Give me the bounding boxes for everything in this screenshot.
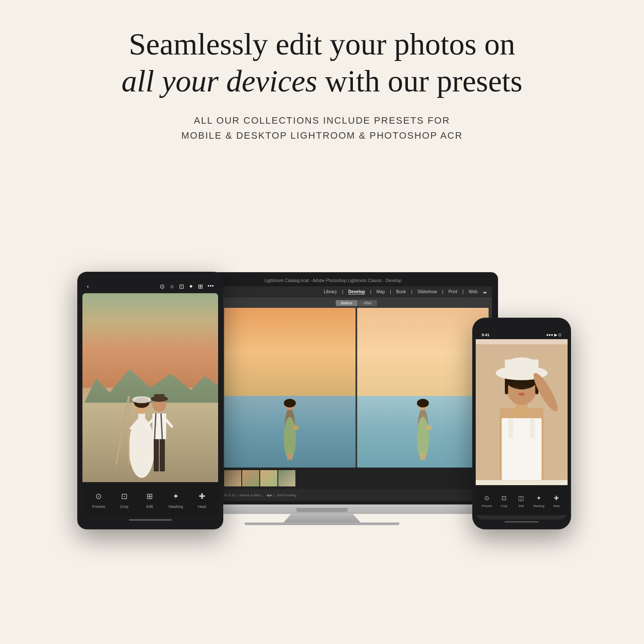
svg-rect-37	[508, 418, 513, 438]
headline-line2: all your devices with our presets	[122, 63, 522, 100]
tablet-tool-crop[interactable]: ⊡ Crop	[118, 490, 131, 509]
phone-edit-icon: ◫	[516, 493, 526, 503]
nav-map[interactable]: Map	[377, 289, 385, 295]
masking-icon: ✦	[169, 490, 182, 503]
soft-proofing[interactable]: Soft Proofing	[276, 493, 296, 497]
nav-slideshow[interactable]: Slideshow	[417, 289, 437, 295]
tablet-tool-presets[interactable]: ⊙ Presets	[92, 490, 106, 509]
lr-content: Before After	[221, 298, 492, 501]
film-thumb[interactable]	[260, 470, 277, 486]
svg-rect-22	[160, 437, 165, 471]
svg-rect-12	[420, 453, 422, 460]
after-image	[357, 308, 489, 468]
phone-toolbar: ⊙ Presets ⊡ Crop ◫ Edit ✦	[476, 485, 568, 515]
tablet-icon-1[interactable]: ⊙	[160, 283, 165, 290]
subheadline: ALL OUR COLLECTIONS INCLUDE PRESETS FOR …	[181, 113, 463, 143]
laptop-notch	[296, 508, 348, 512]
tablet-body: ‹ ⊙ ☼ ⊡ ✦ ⊞ •••	[77, 272, 223, 529]
headline-italic: all your devices	[122, 64, 317, 98]
phone-tool-heal[interactable]: ✚ Heal	[551, 493, 562, 507]
woman-figure-before	[277, 383, 303, 460]
svg-point-9	[417, 399, 429, 407]
tablet-icon-2[interactable]: ☼	[169, 283, 175, 290]
svg-point-4	[292, 425, 299, 430]
phone-crop-icon: ⊡	[499, 493, 509, 503]
tablet-more-icon[interactable]: •••	[207, 283, 214, 290]
tablet-icon-4[interactable]: ✦	[188, 283, 194, 290]
svg-rect-13	[423, 453, 425, 460]
phone-tool-edit[interactable]: ◫ Edit	[516, 493, 526, 507]
subheadline-line2: MOBILE & DESKTOP LIGHTROOM & PHOTOSHOP A…	[181, 130, 463, 141]
nav-print[interactable]: Print	[448, 289, 457, 295]
tablet-photo-bg	[82, 293, 218, 482]
before-after-toggle: Before After	[221, 298, 492, 308]
tablet-icon-5[interactable]: ⊞	[198, 283, 203, 290]
tablet-photo	[82, 293, 218, 482]
tablet-tool-edit[interactable]: ⊞ Edit	[143, 490, 156, 509]
window-title: Lightroom Catalog.lrcat - Adobe Photosho…	[178, 278, 488, 283]
subheadline-line1: ALL OUR COLLECTIONS INCLUDE PRESETS FOR	[194, 115, 450, 126]
wedding-couple	[94, 353, 206, 482]
crop-label: Crop	[120, 504, 129, 509]
svg-point-11	[425, 425, 432, 430]
svg-line-33	[116, 396, 129, 465]
headline-rest: with our presets	[317, 64, 522, 98]
before-image	[224, 308, 355, 468]
nav-book[interactable]: Book	[396, 289, 406, 295]
edit-icon: ⊞	[143, 490, 156, 503]
svg-rect-28	[154, 394, 164, 401]
tablet-home-bar	[129, 519, 172, 521]
tablet-device: ‹ ⊙ ☼ ⊡ ✦ ⊞ •••	[77, 272, 223, 529]
nav-develop[interactable]: Develop	[348, 289, 365, 295]
phone-masking-icon: ✦	[534, 493, 544, 503]
edit-label: Edit	[146, 504, 153, 509]
svg-point-52	[525, 386, 528, 388]
phone-tool-masking[interactable]: ✦ Masking	[533, 493, 544, 507]
svg-point-18	[132, 396, 151, 403]
phone-screen: 9:41 ●●● ▶ ⊡	[476, 331, 568, 519]
film-thumb[interactable]	[242, 470, 259, 486]
phone-masking-label: Masking	[533, 504, 544, 507]
before-btn[interactable]: Before	[336, 300, 358, 306]
phone-heal-icon: ✚	[551, 493, 562, 503]
nav-web[interactable]: Web	[469, 289, 477, 295]
devices-container: Lightroom Catalog.lrcat - Adobe Photosho…	[64, 164, 580, 551]
phone-time: 9:41	[482, 333, 489, 337]
phone-crop-label: Crop	[501, 504, 507, 507]
headline-line1: Seamlessly edit your photos on	[122, 26, 522, 63]
svg-line-30	[166, 420, 172, 426]
phone-status-bar: 9:41 ●●● ▶ ⊡	[476, 331, 568, 339]
laptop-stand	[283, 514, 361, 522]
nav-library[interactable]: Library	[324, 289, 337, 295]
phone-presets-label: Presets	[482, 504, 492, 507]
tablet-back-icon[interactable]: ‹	[87, 283, 89, 290]
nav-arrows: ◀ ▶ |	[266, 493, 274, 497]
presets-label: Presets	[92, 504, 106, 509]
svg-rect-21	[154, 437, 159, 471]
svg-rect-43	[505, 378, 508, 394]
phone-body: 9:41 ●●● ▶ ⊡	[472, 318, 571, 529]
svg-rect-36	[501, 418, 541, 480]
phone-presets-icon: ⊙	[482, 493, 492, 503]
lr-bottom-bar: ⊞ ⊡ ⊟ | Before & After... ◀ ▶ | Soft Pro…	[221, 489, 492, 501]
tablet-tool-masking[interactable]: ✦ Masking	[169, 490, 183, 509]
phone-device: 9:41 ●●● ▶ ⊡	[472, 318, 571, 529]
laptop-foot	[245, 522, 399, 525]
phone-tool-crop[interactable]: ⊡ Crop	[499, 493, 509, 507]
after-btn[interactable]: After	[358, 300, 377, 306]
film-thumb[interactable]	[224, 470, 241, 486]
photo-after	[357, 308, 489, 468]
phone-heal-label: Heal	[553, 504, 559, 507]
film-thumb[interactable]	[278, 470, 295, 486]
svg-point-51	[515, 386, 518, 388]
heal-label: Heal	[198, 504, 206, 509]
phone-tool-presets[interactable]: ⊙ Presets	[482, 493, 492, 507]
tablet-toolbar: ⊙ Presets ⊡ Crop ⊞ Edit ✦	[82, 482, 218, 516]
tablet-tool-heal[interactable]: ✚ Heal	[195, 490, 208, 509]
lr-nav: Library | Develop | Map | Book | Slidesh…	[324, 289, 487, 295]
before-after-label[interactable]: Before & After...	[240, 493, 264, 497]
tablet-icon-3[interactable]: ⊡	[179, 283, 184, 290]
presets-icon: ⊙	[92, 490, 105, 503]
svg-point-2	[284, 399, 296, 407]
svg-rect-38	[530, 418, 535, 438]
